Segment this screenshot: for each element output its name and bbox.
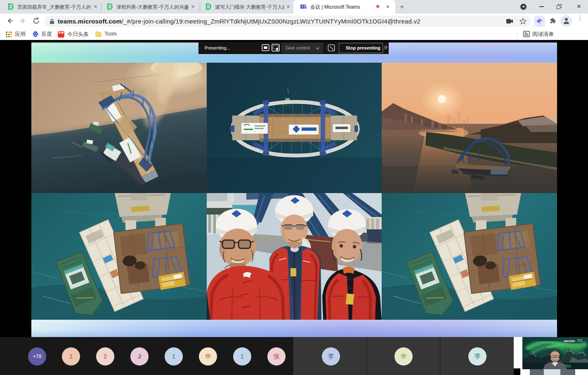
svg-text:du: du — [34, 35, 37, 37]
svg-text:Jacobs: Jacobs — [564, 339, 575, 343]
svg-text:T: T — [301, 5, 303, 8]
